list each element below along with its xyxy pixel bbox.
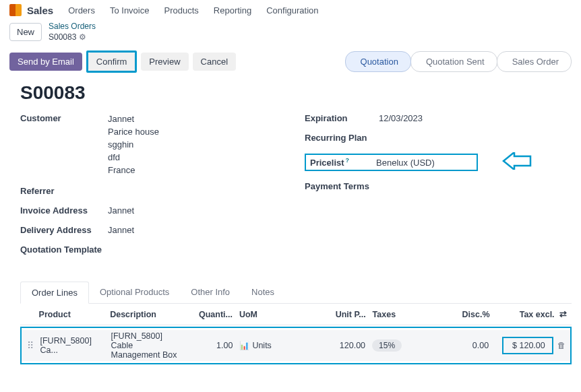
cell-quantity[interactable]: 1.00 [195, 341, 239, 350]
expiration-value[interactable]: 12/03/2023 [379, 113, 423, 123]
customer-value[interactable]: Jannet Parice house sgghin dfd France [108, 113, 159, 176]
tab-other-info[interactable]: Other Info [180, 282, 241, 303]
customer-addr3: dfd [108, 152, 159, 164]
cancel-button[interactable]: Cancel [193, 53, 236, 71]
row-highlight: ⠿ [FURN_5800] Ca... [FURN_5800] Cable Ma… [20, 327, 572, 364]
cell-uom[interactable]: 📊Units [239, 341, 286, 350]
col-tax-excl[interactable]: Tax excl. [497, 310, 555, 319]
grid-header: Product Description Quanti... UoM Unit P… [20, 304, 572, 325]
quotation-template-label: Quotation Template [20, 244, 108, 255]
tab-order-lines[interactable]: Order Lines [20, 282, 89, 304]
col-disc[interactable]: Disc.% [423, 310, 497, 319]
customer-addr1: Parice house [108, 126, 159, 139]
app-icon [9, 4, 22, 16]
referrer-label: Referrer [20, 186, 108, 196]
status-quotation[interactable]: Quotation [345, 51, 411, 72]
cell-taxes[interactable]: 15% [372, 341, 422, 350]
recurring-plan-label: Recurring Plan [305, 133, 379, 143]
amount-highlight: $ 120.00 [502, 337, 553, 354]
col-quantity[interactable]: Quanti... [194, 310, 239, 319]
customer-country: France [108, 164, 159, 177]
new-button[interactable]: New [9, 23, 42, 41]
menu-to-invoice[interactable]: To Invoice [110, 5, 150, 15]
col-product[interactable]: Product [38, 310, 111, 319]
menu-orders[interactable]: Orders [68, 5, 95, 15]
status-sales-order[interactable]: Sales Order [497, 51, 572, 72]
pricelist-highlight: Pricelist? Benelux (USD) [305, 154, 478, 171]
pricelist-label: Pricelist? [310, 157, 349, 168]
trash-icon[interactable]: 🗑 [557, 341, 566, 350]
tabs: Order Lines Optional Products Other Info… [20, 282, 572, 304]
delivery-address-value[interactable]: Jannet [108, 225, 134, 235]
drag-handle-icon[interactable]: ⠿ [27, 340, 34, 351]
chart-icon: 📊 [239, 341, 249, 350]
invoice-address-label: Invoice Address [20, 205, 108, 216]
pricelist-value[interactable]: Benelux (USD) [376, 158, 435, 168]
cell-disc[interactable]: 0.00 [422, 341, 495, 350]
status-bar: Quotation Quotation Sent Sales Order [346, 51, 572, 72]
confirm-highlight: Confirm [86, 51, 137, 73]
customer-label: Customer [20, 113, 108, 123]
tab-notes[interactable]: Notes [241, 282, 285, 303]
app-name: Sales [27, 5, 53, 16]
status-quotation-sent[interactable]: Quotation Sent [410, 51, 497, 72]
cell-tax-excl: $ 120.00 [495, 337, 553, 354]
delivery-address-label: Delivery Address [20, 225, 108, 235]
main-menu: Orders To Invoice Products Reporting Con… [68, 5, 318, 15]
col-taxes[interactable]: Taxes [373, 310, 423, 319]
cell-unit-price[interactable]: 120.00 [286, 341, 372, 350]
breadcrumb-current: S00083 [49, 32, 76, 43]
record-title: S00083 [20, 82, 572, 104]
gear-icon[interactable]: ⚙ [79, 32, 86, 43]
payment-terms-label: Payment Terms [305, 181, 386, 191]
menu-configuration[interactable]: Configuration [266, 5, 318, 15]
cell-product[interactable]: [FURN_5800] Ca... [39, 336, 111, 355]
expiration-label: Expiration [305, 113, 379, 123]
cell-description[interactable]: [FURN_5800] Cable Management Box [111, 331, 195, 360]
customer-addr2: sgghin [108, 139, 159, 152]
menu-products[interactable]: Products [164, 5, 198, 15]
breadcrumb: Sales Orders S00083 ⚙ [49, 22, 96, 42]
preview-button[interactable]: Preview [141, 53, 188, 71]
send-by-email-button[interactable]: Send by Email [9, 53, 82, 71]
sliders-icon[interactable]: ⇄ [559, 310, 567, 319]
col-description[interactable]: Description [110, 310, 194, 319]
breadcrumb-parent[interactable]: Sales Orders [49, 22, 96, 32]
help-icon[interactable]: ? [346, 157, 350, 164]
invoice-address-value[interactable]: Jannet [108, 205, 134, 216]
tab-optional-products[interactable]: Optional Products [89, 282, 180, 303]
col-uom[interactable]: UoM [239, 310, 286, 319]
arrow-icon [502, 152, 532, 172]
col-unit-price[interactable]: Unit P... [286, 310, 372, 319]
customer-name: Jannet [108, 113, 159, 126]
menu-reporting[interactable]: Reporting [214, 5, 251, 15]
confirm-button[interactable]: Confirm [88, 53, 135, 71]
table-row[interactable]: ⠿ [FURN_5800] Ca... [FURN_5800] Cable Ma… [22, 330, 570, 361]
